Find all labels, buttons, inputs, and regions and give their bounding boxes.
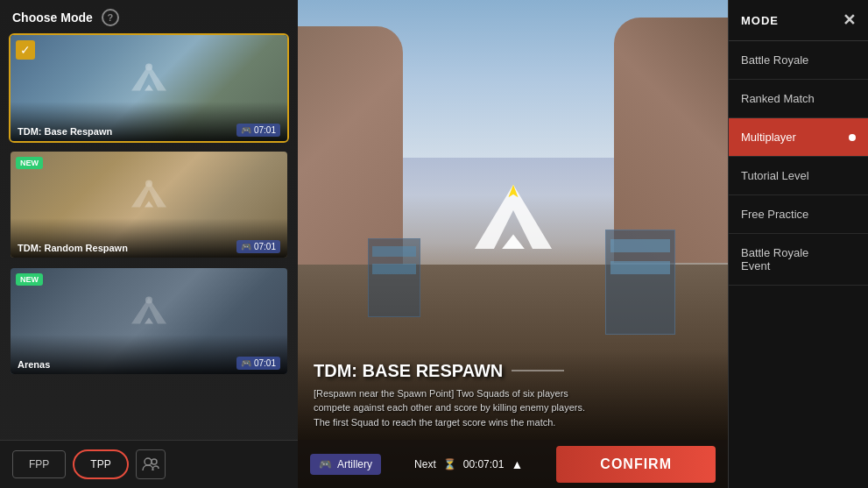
card-icon-arenas — [127, 293, 171, 340]
sidebar-label-free-practice: Free Practice — [741, 208, 808, 221]
card-overlay-2: TDM: Random Respawn 🎮 07:01 — [11, 218, 287, 258]
sidebar-label-battle-royale-event: Battle RoyaleEvent — [741, 246, 808, 272]
next-label: Next — [414, 458, 436, 470]
mode-title-main: TDM: BASE RESPAWN — [314, 361, 712, 381]
next-timer: 00:07:01 — [463, 458, 505, 470]
timer-val-1: 07:01 — [254, 125, 276, 135]
bottom-bar: FPP TPP — [0, 440, 298, 488]
sidebar-mode-label: MODE — [741, 14, 779, 27]
mode-card-tdm-base[interactable]: ✓ TDM: Base Respawn 🎮 07:01 — [9, 33, 289, 143]
building-left — [368, 238, 420, 317]
window-1 — [372, 246, 416, 257]
svg-point-3 — [145, 458, 152, 465]
sidebar-item-tutorial[interactable]: Tutorial Level — [729, 157, 868, 195]
choose-mode-header: Choose Mode ? — [0, 0, 298, 33]
svg-point-1 — [145, 180, 152, 187]
rock-right — [614, 18, 728, 263]
sidebar-label-multiplayer: Multiplayer — [741, 131, 796, 144]
confirm-button[interactable]: Confirm — [556, 446, 716, 483]
right-sidebar: MODE ✕ Battle Royale Ranked Match Multip… — [728, 0, 868, 488]
map-icon: 🎮 — [319, 458, 332, 470]
card-name-3: Arenas — [18, 359, 50, 370]
svg-point-4 — [152, 459, 157, 464]
hourglass-icon: ⏳ — [443, 458, 456, 470]
bottom-info-bar: 🎮 Artillery Next ⏳ 00:07:01 ▲ Confirm — [298, 440, 728, 488]
sidebar-item-multiplayer[interactable]: Multiplayer — [729, 118, 868, 157]
active-dot — [849, 134, 856, 141]
tpp-button[interactable]: TPP — [73, 449, 128, 479]
card-timer-1: 🎮 07:01 — [236, 124, 280, 137]
timer-icon-1: 🎮 — [241, 125, 251, 135]
svg-point-0 — [145, 63, 152, 70]
card-timer-2: 🎮 07:01 — [236, 240, 280, 253]
close-button[interactable]: ✕ — [843, 11, 856, 30]
card-icon-tdm1 — [127, 60, 171, 107]
main-center: TDM: BASE RESPAWN [Respawn near the Spaw… — [298, 0, 728, 488]
sidebar-label-ranked-match: Ranked Match — [741, 92, 815, 105]
title-line — [512, 370, 564, 371]
mode-description: [Respawn near the Spawn Point] Two Squad… — [314, 386, 603, 430]
sidebar-label-battle-royale: Battle Royale — [741, 53, 808, 67]
sidebar-item-free-practice[interactable]: Free Practice — [729, 195, 868, 234]
window-2 — [372, 264, 416, 274]
card-overlay-3: Arenas 🎮 07:01 — [11, 335, 287, 374]
sidebar-header: MODE ✕ — [729, 0, 868, 41]
svg-point-2 — [145, 296, 152, 303]
badge-new-3: NEW — [16, 273, 43, 286]
mode-card-tdm-random[interactable]: NEW TDM: Random Respawn 🎮 07:01 — [9, 150, 289, 259]
mode-title-text: TDM: BASE RESPAWN — [314, 361, 503, 381]
sidebar-label-tutorial: Tutorial Level — [741, 169, 809, 182]
info-overlay: TDM: BASE RESPAWN [Respawn near the Spaw… — [298, 350, 728, 441]
next-info: Next ⏳ 00:07:01 ▲ — [414, 457, 523, 471]
left-panel: Choose Mode ? ✓ TDM: Base Respawn 🎮 07:0… — [0, 0, 298, 488]
card-name-1: TDM: Base Respawn — [18, 126, 112, 137]
sidebar-item-battle-royale-event[interactable]: Battle RoyaleEvent — [729, 234, 868, 286]
badge-new-2: NEW — [16, 157, 43, 169]
selected-check: ✓ — [16, 40, 35, 60]
card-overlay-1: TDM: Base Respawn 🎮 07:01 — [11, 102, 287, 141]
team-icon-button[interactable] — [136, 449, 166, 479]
map-name: Artillery — [337, 458, 372, 470]
timer-icon-3: 🎮 — [241, 358, 251, 368]
timer-val-2: 07:01 — [254, 242, 276, 251]
timer-icon-2: 🎮 — [241, 242, 251, 251]
building — [605, 230, 675, 335]
card-icon-tdm2 — [127, 176, 171, 223]
mode-card-arenas[interactable]: NEW Arenas 🎮 07:01 — [9, 266, 289, 376]
center-logo — [465, 181, 561, 278]
mode-list: ✓ TDM: Base Respawn 🎮 07:01 NEW — [0, 33, 298, 440]
chevron-up-icon[interactable]: ▲ — [511, 457, 523, 471]
sidebar-item-battle-royale[interactable]: Battle Royale — [729, 41, 868, 80]
choose-mode-title: Choose Mode — [12, 11, 93, 25]
timer-val-3: 07:01 — [254, 358, 276, 368]
map-tag: 🎮 Artillery — [310, 454, 381, 475]
card-timer-3: 🎮 07:01 — [236, 357, 280, 370]
fpp-button[interactable]: FPP — [12, 450, 66, 478]
help-icon[interactable]: ? — [102, 9, 119, 26]
sidebar-item-ranked-match[interactable]: Ranked Match — [729, 80, 868, 118]
card-name-2: TDM: Random Respawn — [18, 243, 128, 253]
